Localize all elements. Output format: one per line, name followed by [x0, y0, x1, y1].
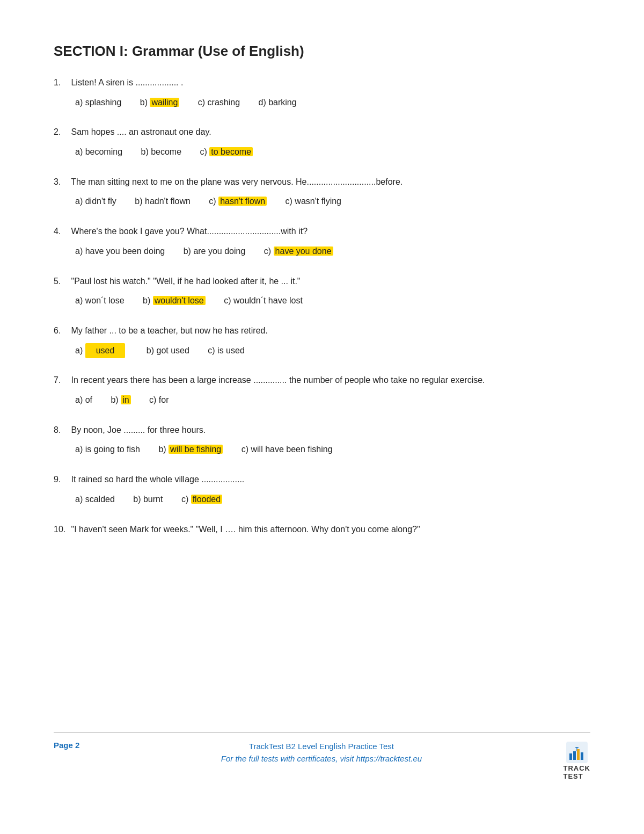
question-5-text: 5. "Paul lost his watch." "Well, if he h… — [54, 274, 590, 288]
q10-body: "I haven't seen Mark for weeks." "Well, … — [71, 525, 420, 534]
q9-b: b) burnt — [133, 492, 163, 507]
question-1: 1. Listen! A siren is ..................… — [54, 76, 590, 110]
q2-c-highlight: to become — [209, 147, 253, 156]
q5-c: c) wouldn´t have lost — [224, 293, 303, 309]
q5-answers: a) won´t lose b) wouldn't lose c) wouldn… — [75, 293, 590, 309]
question-4: 4. Where's the book I gave you? What....… — [54, 224, 590, 259]
svg-rect-5 — [581, 752, 583, 760]
q7-body: In recent years there has been a large i… — [71, 375, 485, 385]
q3-a: a) didn't fly — [75, 194, 116, 209]
q9-c: c) flooded — [181, 492, 222, 507]
q8-answers: a) is going to fish b) will be fishing c… — [75, 442, 590, 458]
q4-b: b) are you doing — [184, 244, 246, 259]
q1-b-highlight: wailing — [150, 98, 179, 107]
q1-number: 1. — [54, 76, 69, 90]
question-4-text: 4. Where's the book I gave you? What....… — [54, 224, 590, 238]
q1-body: Listen! A siren is .................. . — [71, 78, 183, 87]
q2-answers: a) becoming b) become c) to become — [75, 144, 590, 160]
q1-d: d) barking — [258, 95, 296, 111]
q9-body: It rained so hard the whole village ....… — [71, 475, 244, 484]
q3-answers: a) didn't fly b) hadn't flown c) hasn't … — [75, 194, 590, 209]
q7-c: c) for — [149, 393, 169, 408]
q2-body: Sam hopes .... an astronaut one day. — [71, 127, 211, 136]
q5-b: b) wouldn't lose — [143, 293, 206, 309]
q2-a: a) becoming — [75, 144, 122, 160]
q3-d: c) wasn't flying — [286, 194, 341, 209]
q6-a: a) used — [75, 343, 128, 359]
svg-rect-4 — [577, 749, 580, 760]
q2-c: c) to become — [200, 144, 253, 160]
question-10: 10. "I haven't seen Mark for weeks." "We… — [54, 523, 590, 536]
q4-c: c) have you done — [264, 244, 333, 259]
question-8: 8. By noon, Joe ......... for three hour… — [54, 423, 590, 458]
footer-line1: TrackTest B2 Level English Practice Test — [221, 741, 422, 753]
q8-a: a) is going to fish — [75, 442, 140, 458]
question-5: 5. "Paul lost his watch." "Well, if he h… — [54, 274, 590, 309]
q8-b-highlight: will be fishing — [169, 445, 223, 454]
question-7-text: 7. In recent years there has been a larg… — [54, 373, 590, 387]
q6-number: 6. — [54, 324, 69, 338]
q6-b: b) got used — [147, 343, 189, 359]
q3-number: 3. — [54, 175, 69, 189]
tracktest-logo-icon: T — [565, 741, 589, 764]
q7-b: b) in — [111, 393, 130, 408]
q3-c: c) hasn't flown — [209, 194, 267, 209]
q4-c-highlight: have you done — [274, 246, 333, 256]
footer-logo: T TRACKTEST — [563, 741, 590, 780]
q7-a: a) of — [75, 393, 92, 408]
q8-body: By noon, Joe ......... for three hours. — [71, 425, 206, 434]
q7-answers: a) of b) in c) for — [75, 393, 590, 408]
footer-line2: For the full tests with certificates, vi… — [221, 753, 422, 765]
q5-b-highlight: wouldn't lose — [153, 296, 206, 305]
q9-a: a) scalded — [75, 492, 115, 507]
q3-c-highlight: hasn't flown — [218, 197, 267, 206]
q1-c: c) crashing — [198, 95, 240, 111]
q5-a: a) won´t lose — [75, 293, 125, 309]
q3-b: b) hadn't flown — [135, 194, 191, 209]
q6-c: c) is used — [208, 343, 244, 359]
footer-page-label: Page 2 — [54, 741, 79, 750]
q8-number: 8. — [54, 423, 69, 437]
question-6-text: 6. My father ... to be a teacher, but no… — [54, 324, 590, 338]
footer-center: TrackTest B2 Level English Practice Test… — [221, 741, 422, 765]
q5-body: "Paul lost his watch." "Well, if he had … — [71, 277, 300, 286]
q9-c-highlight: flooded — [191, 495, 223, 504]
q5-number: 5. — [54, 274, 69, 288]
q4-body: Where's the book I gave you? What.......… — [71, 227, 308, 236]
q1-answers: a) splashing b) wailing c) crashing d) b… — [75, 95, 590, 111]
q3-body: The man sitting next to me on the plane … — [71, 177, 402, 186]
question-2-text: 2. Sam hopes .... an astronaut one day. — [54, 125, 590, 139]
q4-answers: a) have you been doing b) are you doing … — [75, 244, 590, 259]
q9-number: 9. — [54, 473, 69, 487]
question-3-text: 3. The man sitting next to me on the pla… — [54, 175, 590, 189]
question-10-text: 10. "I haven't seen Mark for weeks." "We… — [54, 523, 590, 536]
q8-c: c) will have been fishing — [241, 442, 333, 458]
question-6: 6. My father ... to be a teacher, but no… — [54, 324, 590, 358]
section-title: SECTION I: Grammar (Use of English) — [54, 43, 590, 60]
question-9-text: 9. It rained so hard the whole village .… — [54, 473, 590, 487]
question-9: 9. It rained so hard the whole village .… — [54, 473, 590, 507]
q6-a-highlight: used — [85, 343, 126, 359]
footer-logo-text: TRACKTEST — [563, 764, 590, 780]
q1-b: b) wailing — [140, 95, 180, 111]
q6-body: My father ... to be a teacher, but now h… — [71, 326, 267, 335]
q7-b-highlight: in — [121, 395, 130, 404]
q1-a: a) splashing — [75, 95, 121, 111]
q2-b: b) become — [141, 144, 182, 160]
svg-rect-3 — [573, 751, 576, 760]
q9-answers: a) scalded b) burnt c) flooded — [75, 492, 590, 507]
page-content: SECTION I: Grammar (Use of English) 1. L… — [0, 0, 644, 615]
question-7: 7. In recent years there has been a larg… — [54, 373, 590, 408]
q6-answers: a) used b) got used c) is used — [75, 343, 590, 359]
question-8-text: 8. By noon, Joe ......... for three hour… — [54, 423, 590, 437]
question-2: 2. Sam hopes .... an astronaut one day. … — [54, 125, 590, 159]
q7-number: 7. — [54, 373, 69, 387]
q8-b: b) will be fishing — [158, 442, 223, 458]
q4-a: a) have you been doing — [75, 244, 165, 259]
q2-number: 2. — [54, 125, 69, 139]
question-1-text: 1. Listen! A siren is ..................… — [54, 76, 590, 90]
svg-rect-2 — [569, 753, 572, 760]
q4-number: 4. — [54, 224, 69, 238]
question-3: 3. The man sitting next to me on the pla… — [54, 175, 590, 209]
footer: Page 2 TrackTest B2 Level English Practi… — [54, 733, 590, 780]
